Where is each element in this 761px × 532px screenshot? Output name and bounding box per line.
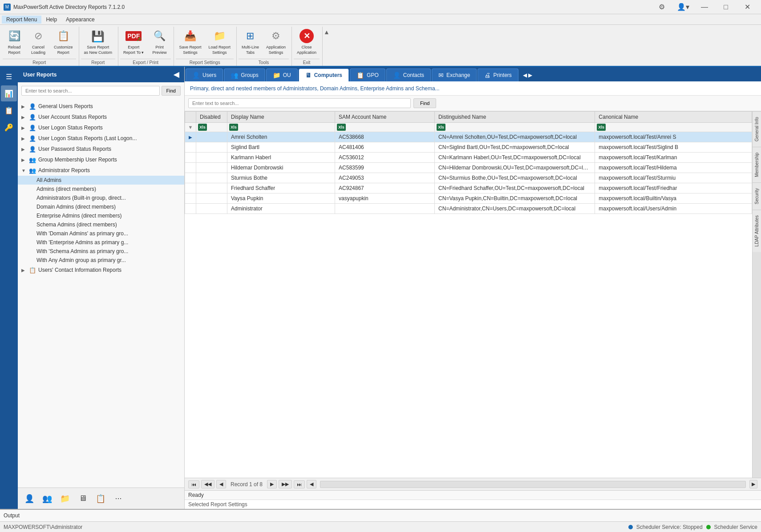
tabs-more-btn[interactable]: ◀ ▶ xyxy=(519,69,536,81)
print-preview-btn[interactable]: 🔍 PrintPreview xyxy=(148,27,171,58)
menu-help[interactable]: Help xyxy=(41,16,61,24)
reports-icon-btn[interactable]: 📊 xyxy=(1,85,17,101)
tree-sub-item-administrators-builtin[interactable]: Administrators (Built-in group, direct..… xyxy=(18,193,184,202)
table-row[interactable]: Vaysa Pupkin vasyapupkin CN=Vasya Pupkin… xyxy=(185,193,752,204)
table-row[interactable]: Sturmius Bothe AC249053 CN=Sturmius Both… xyxy=(185,173,752,183)
tree-item-user-logon[interactable]: ▶ 👤 User Logon Status Reports xyxy=(18,122,184,133)
multiline-tabs-btn[interactable]: ⊞ Multi-LineTabs xyxy=(239,27,262,58)
tree-sub-item-with-domain-admins[interactable]: With 'Domain Admins' as primary gro... xyxy=(18,229,184,238)
bottom-btn-user[interactable]: 👤 xyxy=(21,491,37,507)
table-row[interactable]: Hildemar Dombrowski AC583599 CN=Hildemar… xyxy=(185,163,752,173)
col-sam[interactable]: SAM Account Name xyxy=(335,112,435,123)
tree-item-user-account[interactable]: ▶ 👤 User Account Status Reports xyxy=(18,112,184,122)
menu-appearance[interactable]: Appearance xyxy=(61,16,99,24)
window-close-btn[interactable]: ✕ xyxy=(737,0,757,14)
settings-btn[interactable]: ⚙ xyxy=(652,0,672,14)
close-application-btn[interactable]: ✕ CloseApplication xyxy=(294,27,320,58)
report-search-input[interactable] xyxy=(188,98,411,108)
tree-sub-item-enterprise-admins[interactable]: Enterprise Admins (direct members) xyxy=(18,211,184,220)
pag-next-btn[interactable]: ▶ xyxy=(267,480,277,488)
tree-item-group-membership[interactable]: ▶ 👥 Group Membership User Reports xyxy=(18,154,184,165)
col-canonical[interactable]: Canonical Name xyxy=(595,112,752,123)
tab-ou[interactable]: 📁 OU xyxy=(266,69,298,81)
pag-scrollbar[interactable] xyxy=(320,481,746,488)
filter-display-name[interactable]: Xls xyxy=(227,123,335,132)
reload-report-btn[interactable]: 🔄 ReloadReport xyxy=(3,27,26,58)
sidebar-search-btn[interactable]: Find xyxy=(162,86,181,96)
tab-groups[interactable]: 👥 Groups xyxy=(224,69,265,81)
tree-sub-item-all-admins[interactable]: All Admins xyxy=(18,176,184,185)
filter-dn[interactable]: Xls xyxy=(435,123,595,132)
table-row[interactable]: Karlmann Haberl AC536012 CN=Karlmann Hab… xyxy=(185,153,752,163)
tree-sub-item-admins-direct[interactable]: Admins (direct members) xyxy=(18,185,184,193)
tree-sub-item-schema-admins[interactable]: Schema Admins (direct members) xyxy=(18,220,184,229)
filter-disabled[interactable]: Xls xyxy=(196,123,227,132)
tab-contacts[interactable]: 👤 Contacts xyxy=(386,69,431,81)
customize-report-btn[interactable]: 📋 CustomizeReport xyxy=(51,27,76,58)
pag-scroll-right-btn[interactable]: ▶ xyxy=(749,480,757,488)
bottom-btn-admin[interactable]: 📋 xyxy=(93,491,109,507)
tab-exchange[interactable]: ✉ Exchange xyxy=(432,69,477,81)
tree-item-admin-reports[interactable]: ▼ 👥 Administrator Reports xyxy=(18,165,184,176)
tab-computers[interactable]: 🖥 Computers xyxy=(299,69,349,81)
col-disabled[interactable]: Disabled xyxy=(196,112,227,123)
tab-printers[interactable]: 🖨 Printers xyxy=(478,69,518,81)
tree-sub-item-domain-admins[interactable]: Domain Admins (direct members) xyxy=(18,202,184,211)
filter-dn-excel[interactable]: Xls xyxy=(229,124,238,131)
filter-sam[interactable]: Xls xyxy=(335,123,435,132)
user-btn[interactable]: 👤▾ xyxy=(673,0,693,14)
pag-first-btn[interactable]: ⏮ xyxy=(188,480,199,488)
export-report-btn[interactable]: PDF ↗ ExportReport To ▾ xyxy=(120,27,147,58)
sidebar-search-input[interactable] xyxy=(21,86,160,96)
bottom-btn-ou[interactable]: 📁 xyxy=(57,491,73,507)
bottom-btn-group[interactable]: 👥 xyxy=(39,491,55,507)
col-display-name[interactable]: Display Name xyxy=(227,112,335,123)
tree-sub-item-with-any-admin[interactable]: With Any Admin group as primary gr... xyxy=(18,256,184,265)
table-row[interactable]: Siglind Bartl AC481406 CN=Siglind Bartl,… xyxy=(185,142,752,153)
side-tab-ldap-attributes[interactable]: LDAP Attributes xyxy=(753,210,761,252)
table-row[interactable]: Administrator CN=Administrator,CN=Users,… xyxy=(185,204,752,214)
menu-report[interactable]: Report Menu xyxy=(2,16,41,24)
panel-collapse-btn[interactable]: ◀ xyxy=(174,70,179,79)
tree-item-contact-info[interactable]: ▶ 📋 Users' Contact Information Reports xyxy=(18,265,184,275)
filter-canonical-excel[interactable]: Xls xyxy=(597,124,606,131)
filter-sam-excel[interactable]: Xls xyxy=(337,124,346,131)
save-custom-btn[interactable]: 💾 Save Reportas New Custom xyxy=(81,27,116,58)
col-dn[interactable]: Distinguished Name xyxy=(435,112,595,123)
table-row[interactable]: ▶ Amrei Scholten AC538668 CN=Amrei Schol… xyxy=(185,132,752,142)
maximize-btn[interactable]: □ xyxy=(716,0,736,14)
tab-users[interactable]: 👤 Users xyxy=(186,69,223,81)
pag-prev-fast-btn[interactable]: ◀◀ xyxy=(201,480,215,488)
filter-dn-excel2[interactable]: Xls xyxy=(437,124,445,131)
pag-scroll-left-btn[interactable]: ◀ xyxy=(307,480,316,488)
key-icon-btn[interactable]: 🔑 xyxy=(1,119,17,135)
pag-last-btn[interactable]: ⏭ xyxy=(294,480,305,488)
bottom-btn-more[interactable]: ··· xyxy=(110,491,126,507)
side-tab-general-info[interactable]: General Info xyxy=(753,111,761,147)
tab-gpo[interactable]: 📋 GPO xyxy=(350,69,385,81)
bottom-btn-computer[interactable]: 🖥 xyxy=(75,491,91,507)
minimize-btn[interactable]: — xyxy=(694,0,715,14)
users-icon-btn[interactable]: 📋 xyxy=(1,102,17,118)
load-report-settings-btn[interactable]: 📁 Load ReportSettings xyxy=(205,27,234,58)
tree-sub-item-with-enterprise-admins[interactable]: With 'Enterprise Admins as primary g... xyxy=(18,238,184,247)
filter-canonical[interactable]: Xls xyxy=(595,123,752,132)
pag-next-fast-btn[interactable]: ▶▶ xyxy=(279,480,292,488)
save-report-settings-btn[interactable]: 📥 Save ReportSettings xyxy=(176,27,204,58)
side-tab-security[interactable]: Security xyxy=(753,182,761,210)
hamburger-btn[interactable]: ☰ xyxy=(1,69,17,85)
row-arrow-icon: ▶ xyxy=(189,135,192,140)
application-settings-btn[interactable]: ⚙ ApplicationSettings xyxy=(263,27,289,58)
table-row[interactable]: Friedhard Schaffer AC924867 CN=Friedhard… xyxy=(185,183,752,193)
report-search-btn[interactable]: Find xyxy=(413,98,436,108)
tree-item-user-logon-last[interactable]: ▶ 👤 User Logon Status Reports (Last Logo… xyxy=(18,133,184,144)
tree-item-user-password[interactable]: ▶ 👤 User Password Status Reports xyxy=(18,144,184,154)
pag-prev-btn[interactable]: ◀ xyxy=(216,480,226,488)
filter-disabled-excel[interactable]: Xls xyxy=(198,124,207,131)
cancel-loading-btn[interactable]: ⊘ CancelLoading xyxy=(27,27,50,58)
data-table-container[interactable]: Disabled Display Name SAM Account Name D… xyxy=(185,111,752,478)
tree-sub-item-with-schema-admins[interactable]: With 'Schema Admins as primary gro... xyxy=(18,247,184,256)
ribbon-collapse-btn[interactable]: ▲ xyxy=(324,27,331,66)
tree-item-general-users[interactable]: ▶ 👤 General Users Reports xyxy=(18,101,184,112)
side-tab-membership[interactable]: Membership xyxy=(753,147,761,182)
